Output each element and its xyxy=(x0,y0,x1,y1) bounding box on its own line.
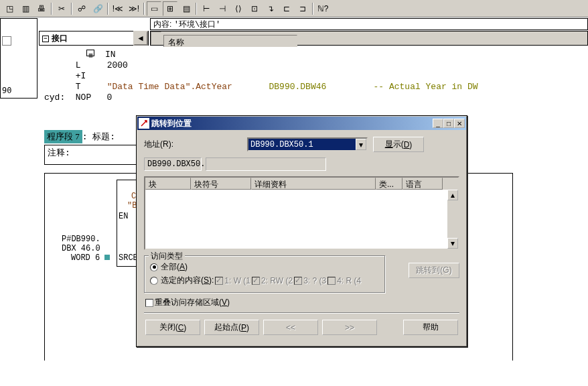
tb-btn-next[interactable]: ≫! xyxy=(127,1,141,16)
section-label: : 标题: xyxy=(82,132,115,142)
name-header: 名称 xyxy=(150,31,588,46)
addr-dropdown-icon[interactable]: ▾ xyxy=(356,139,366,150)
comment-label: 注释: xyxy=(48,148,70,158)
start-btn[interactable]: 起始点(P) xyxy=(204,320,259,335)
tb-btn-c4[interactable]: ⊡ xyxy=(247,1,262,16)
dialog-icon xyxy=(139,118,149,129)
tb-btn-c3[interactable]: ⟨⟩ xyxy=(231,1,246,16)
chk3 xyxy=(294,277,302,285)
goto-dialog: 跳转到位置 _ □ ✕ 地址(R): DB990.DBX50.1 ▾ 显示(D)… xyxy=(136,115,467,347)
list-scrollbar[interactable]: ▴ ▾ xyxy=(447,190,458,249)
name-col[interactable]: 名称 xyxy=(163,35,297,48)
result-list[interactable]: 块 块符号 详细资料 类... 语言 ▴ ▾ xyxy=(144,176,459,250)
addr-input[interactable]: DB990.DBX50.1 xyxy=(248,139,356,150)
jump-button[interactable]: 跳转到(G) xyxy=(409,263,459,278)
content-header: 内容: '环境\接口' xyxy=(150,18,588,30)
tb-btn-3[interactable]: 🖶 xyxy=(34,1,49,16)
col-detail[interactable]: 详细资料 xyxy=(251,178,376,190)
section-title[interactable]: 程序段 7 xyxy=(44,130,82,143)
tb-btn-c1[interactable]: ⊢ xyxy=(199,1,214,16)
addr-combo[interactable]: DB990.DBX50.1 ▾ xyxy=(247,137,368,151)
left-label: 90 xyxy=(2,86,35,95)
help-btn[interactable]: 帮助 xyxy=(403,320,458,335)
scroll-down-icon[interactable]: ▾ xyxy=(447,238,458,249)
tree-root-label: 接口 xyxy=(52,33,68,44)
tb-btn-cut[interactable]: ✂ xyxy=(54,1,69,16)
left-panel: 90 xyxy=(0,18,38,99)
prev-btn[interactable]: << xyxy=(263,320,318,335)
dialog-title: 跳转到位置 xyxy=(151,118,433,129)
tb-btn-2[interactable]: ▥ xyxy=(18,1,33,16)
show-button[interactable]: 显示(D) xyxy=(373,137,424,152)
tb-btn-c6[interactable]: ⊏ xyxy=(279,1,294,16)
chk-overlap[interactable] xyxy=(145,299,153,307)
tb-btn-win2[interactable]: ⊞ xyxy=(163,1,177,16)
close-button[interactable]: ✕ xyxy=(454,119,465,128)
col-symbol[interactable]: 块符号 xyxy=(191,178,251,190)
scroll-up-icon[interactable]: ▴ xyxy=(447,190,458,200)
chk2 xyxy=(252,277,260,285)
content-value: '环境\接口' xyxy=(174,20,221,29)
addr-label: 地址(R): xyxy=(144,139,191,150)
tb-btn-help[interactable]: ℕ? xyxy=(315,1,330,16)
tb-btn-1[interactable]: ◳ xyxy=(2,1,17,16)
scroll-left-btn[interactable]: ◄ xyxy=(133,31,148,46)
tb-btn-c2[interactable]: ⊣ xyxy=(215,1,230,16)
tree-root[interactable]: − 接口 xyxy=(42,33,145,44)
col-type[interactable]: 类... xyxy=(376,178,402,190)
tb-btn-win3[interactable]: ▤ xyxy=(179,1,194,16)
overlap-label: 重叠访问存储区域(V) xyxy=(155,297,230,308)
ro-addr2 xyxy=(206,157,326,171)
tree-panel: − 接口 xyxy=(39,31,149,46)
close-btn[interactable]: 关闭(C) xyxy=(145,320,200,335)
next-btn[interactable]: >> xyxy=(322,320,377,335)
chk4 xyxy=(327,277,336,285)
opt-sel-label: 选定的内容(S): xyxy=(161,275,214,286)
ro-addr: DB990.DBX50. xyxy=(144,157,202,171)
tb-btn-online[interactable]: 🔗 xyxy=(90,1,105,16)
chk1 xyxy=(215,277,223,285)
col-lang[interactable]: 语言 xyxy=(402,178,443,190)
dialog-titlebar[interactable]: 跳转到位置 _ □ ✕ xyxy=(137,117,466,130)
tb-btn-link[interactable]: ☍ xyxy=(74,1,89,16)
radio-selected[interactable] xyxy=(150,277,158,285)
minimize-button[interactable]: _ xyxy=(433,119,443,128)
tb-btn-c5[interactable]: ↴ xyxy=(263,1,278,16)
radio-all[interactable] xyxy=(150,263,158,271)
main-toolbar: ◳ ▥ 🖶 ✂ ☍ 🔗 !≪ ≫! ▭ ⊞ ▤ ⊢ ⊣ ⟨⟩ ⊡ ↴ ⊏ ⊐ ℕ… xyxy=(0,0,588,17)
tb-btn-c7[interactable]: ⊐ xyxy=(295,1,310,16)
maximize-button[interactable]: □ xyxy=(443,119,454,128)
opt-all-label: 全部(A) xyxy=(161,261,188,273)
tree-collapse-icon[interactable]: − xyxy=(42,36,49,42)
tb-btn-prev[interactable]: !≪ xyxy=(111,1,125,16)
access-type-label: 访问类型 xyxy=(149,251,185,262)
content-label: 内容: xyxy=(153,19,171,29)
tb-btn-win1[interactable]: ▭ xyxy=(147,1,161,16)
access-type-group: 访问类型 全部(A) 选定的内容(S): 1: W (1 2: RW (2 3:… xyxy=(144,255,385,293)
col-block[interactable]: 块 xyxy=(145,178,191,190)
